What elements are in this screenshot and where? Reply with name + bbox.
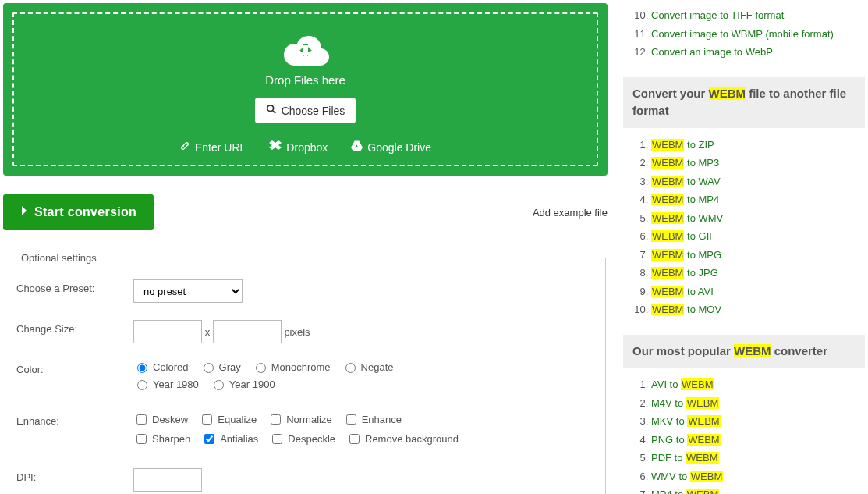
sidebar-link[interactable]: WMV to WEBM [651, 471, 723, 482]
enhance-option-remove-background[interactable]: Remove background [346, 432, 459, 446]
color-option-label: Year 1980 [153, 378, 199, 390]
list-item: WMV to WEBM [651, 467, 865, 486]
enhance-checkbox[interactable] [271, 414, 281, 425]
enhance-option-despeckle[interactable]: Despeckle [269, 432, 335, 446]
color-option-label: Year 1900 [229, 378, 275, 390]
color-radio[interactable] [345, 363, 356, 373]
color-option-monochrome[interactable]: Monochrome [252, 361, 331, 373]
search-icon [266, 104, 277, 117]
color-radio[interactable] [204, 363, 214, 373]
enhance-option-label: Enhance [362, 414, 402, 425]
optional-settings-legend: Optional settings [16, 252, 101, 264]
enhance-option-antialias[interactable]: Antialias [201, 432, 258, 446]
highlight-dst: WEBM [690, 471, 723, 482]
color-option-negate[interactable]: Negate [342, 361, 394, 373]
enhance-checkbox[interactable] [204, 434, 214, 444]
sidebar-convert-list: WEBM to ZIPWEBM to MP3WEBM to WAVWEBM to… [623, 136, 865, 319]
enhance-option-label: Sharpen [152, 433, 190, 445]
enter-url-label: Enter URL [195, 141, 246, 154]
color-option-year-1980[interactable]: Year 1980 [133, 378, 199, 390]
dropbox-button[interactable]: Dropbox [269, 140, 328, 154]
highlight-dst: WEBM [686, 397, 719, 409]
color-radio[interactable] [256, 363, 266, 373]
color-radio[interactable] [137, 363, 147, 373]
heading3-post: converter [771, 344, 828, 357]
dpi-input[interactable] [133, 468, 202, 492]
preset-label: Choose a Preset: [16, 279, 133, 303]
sidebar-link[interactable]: M4V to WEBM [651, 397, 719, 409]
start-conversion-button[interactable]: Start conversion [3, 194, 154, 230]
cloud-upload-icon [281, 33, 331, 67]
enhance-option-normalize[interactable]: Normalize [267, 412, 332, 427]
sidebar-link[interactable]: Convert image to TIFF format [651, 9, 784, 21]
color-option-label: Colored [153, 361, 189, 373]
enhance-option-sharpen[interactable]: Sharpen [133, 432, 190, 446]
heading3-pre: Our most popular [632, 344, 734, 357]
list-item: Convert image to WBMP (mobile format) [651, 25, 865, 44]
list-item: WEBM to MPG [651, 246, 865, 265]
enhance-checkbox[interactable] [136, 414, 147, 425]
enhance-checkbox[interactable] [272, 434, 282, 444]
sidebar-link[interactable]: Convert image to WBMP (mobile format) [651, 28, 834, 40]
sidebar-heading-popular: Our most popular WEBM converter [623, 335, 865, 368]
list-item: WEBM to MP3 [651, 154, 865, 172]
height-input[interactable] [213, 320, 282, 343]
sidebar-link[interactable]: MP4 to WEBM [651, 489, 719, 494]
dpi-label: DPI: [16, 468, 133, 492]
sidebar-link[interactable]: WEBM to ZIP [651, 139, 714, 151]
sidebar-link[interactable]: WEBM to JPG [651, 267, 718, 279]
list-item: MKV to WEBM [651, 412, 865, 431]
color-radio[interactable] [137, 380, 147, 390]
list-item: Convert an image to WebP [651, 43, 865, 62]
enhance-checkbox[interactable] [202, 414, 212, 425]
link-icon [179, 140, 190, 154]
list-item: WEBM to MP4 [651, 190, 865, 209]
enhance-option-label: Equalize [218, 414, 257, 425]
enhance-checkbox[interactable] [349, 434, 360, 444]
enhance-option-deskew[interactable]: Deskew [133, 412, 188, 427]
sidebar-link[interactable]: WEBM to MP4 [651, 194, 719, 205]
highlight-src: WEBM [651, 157, 684, 169]
drop-zone[interactable]: Drop Files here Choose Files Enter URL D… [3, 3, 608, 176]
sidebar-link[interactable]: PNG to WEBM [651, 434, 721, 446]
enhance-option-equalize[interactable]: Equalize [199, 412, 257, 427]
sidebar-link[interactable]: WEBM to WMV [651, 212, 723, 224]
list-item: PNG to WEBM [651, 431, 865, 450]
color-option-label: Negate [361, 361, 394, 373]
heading2-hl: WEBM [709, 87, 746, 100]
choose-files-button[interactable]: Choose Files [255, 98, 356, 123]
sidebar-link[interactable]: AVI to WEBM [651, 378, 714, 390]
svg-line-1 [272, 111, 275, 114]
sidebar-link[interactable]: PDF to WEBM [651, 452, 719, 464]
sidebar-link[interactable]: WEBM to MP3 [651, 157, 719, 169]
sidebar-link[interactable]: WEBM to GIF [651, 230, 715, 242]
add-example-file-link[interactable]: Add example file [533, 207, 608, 219]
enhance-option-enhance[interactable]: Enhance [343, 412, 402, 427]
chevron-right-icon [20, 205, 28, 219]
enhance-checkbox[interactable] [136, 434, 147, 444]
preset-select[interactable]: no preset [133, 279, 243, 303]
sidebar-link[interactable]: WEBM to WAV [651, 176, 721, 187]
list-item: MP4 to WEBM [651, 485, 865, 494]
width-input[interactable] [133, 320, 202, 343]
color-option-label: Gray [219, 361, 241, 373]
color-option-year-1900[interactable]: Year 1900 [210, 378, 275, 390]
sidebar-link[interactable]: Convert an image to WebP [651, 46, 773, 58]
google-drive-button[interactable]: Google Drive [351, 140, 431, 154]
color-option-colored[interactable]: Colored [133, 361, 189, 373]
enter-url-button[interactable]: Enter URL [179, 140, 246, 154]
list-item: WEBM to AVI [651, 283, 865, 301]
highlight-src: WEBM [651, 139, 684, 151]
enhance-checkbox[interactable] [346, 414, 356, 425]
color-option-label: Monochrome [271, 361, 331, 373]
list-item: WEBM to ZIP [651, 136, 865, 155]
sidebar-link[interactable]: WEBM to AVI [651, 286, 714, 297]
sidebar-link[interactable]: MKV to WEBM [651, 415, 721, 427]
list-item: AVI to WEBM [651, 375, 865, 394]
sidebar-link[interactable]: WEBM to MPG [651, 249, 721, 261]
highlight-src: WEBM [651, 286, 684, 297]
sidebar-link[interactable]: WEBM to MOV [651, 304, 721, 315]
color-option-gray[interactable]: Gray [200, 361, 241, 373]
enhance-option-label: Normalize [286, 414, 332, 425]
color-radio[interactable] [214, 380, 224, 390]
